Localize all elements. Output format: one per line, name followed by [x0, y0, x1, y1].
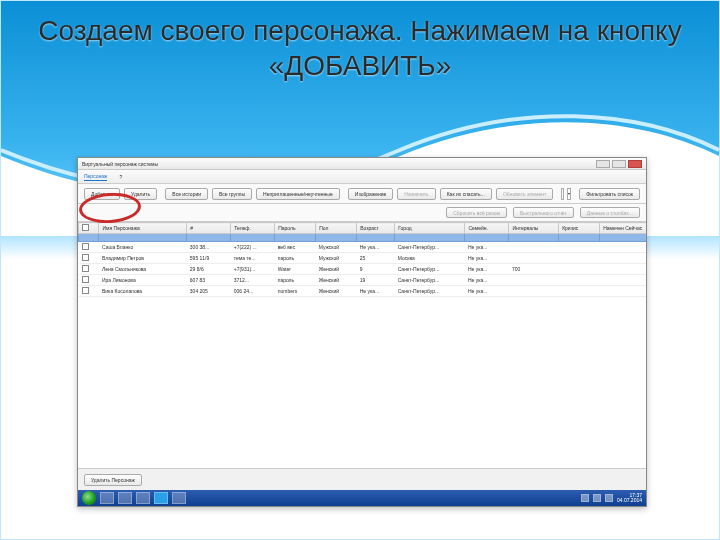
table-row[interactable]: Владимир Петров595 11/9тема те...парольМ…	[79, 253, 647, 264]
report-button[interactable]: Быстрального отчёт	[513, 207, 574, 218]
cell: Санкт-Петербур...	[395, 242, 465, 253]
cell: 700	[509, 264, 559, 275]
cell: 9	[357, 264, 395, 275]
taskbar: 17:37 04.07.2014	[78, 490, 646, 506]
cell	[559, 264, 600, 275]
cell: тема те...	[231, 253, 275, 264]
ribbon-tab-character[interactable]: Персонаж	[84, 173, 107, 181]
cell	[559, 242, 600, 253]
cell	[600, 275, 646, 286]
grid-header-row: Имя Персонажа # Телеф. Пароль Пол Возрас…	[79, 223, 647, 234]
table-row[interactable]: Лена Смольнякова29 8/6+7(931)...WaterЖен…	[79, 264, 647, 275]
col-pwd[interactable]: Пароль	[275, 223, 316, 234]
cell: 300 38...	[187, 242, 231, 253]
remind-button[interactable]: Как их спасать...	[440, 188, 492, 200]
cell: пароль	[275, 275, 316, 286]
cell: веб вес	[275, 242, 316, 253]
cell: Лена Смольнякова	[99, 264, 187, 275]
cell: 595 11/9	[187, 253, 231, 264]
cell: +7(931)...	[231, 264, 275, 275]
cell: Не ука...	[465, 264, 509, 275]
cell: Женский	[316, 286, 357, 297]
cell	[79, 286, 99, 297]
table-row[interactable]: Саша Бланко300 38...+7(222) ...веб весМу…	[79, 242, 647, 253]
window-controls	[596, 160, 642, 168]
assign-button[interactable]: Назначить	[397, 188, 435, 200]
reset-button[interactable]: Сбросить всё разом	[446, 207, 507, 218]
cell: Не ука...	[357, 242, 395, 253]
cell	[79, 253, 99, 264]
tray-icon[interactable]	[581, 494, 589, 502]
cell: 19	[357, 275, 395, 286]
cell	[509, 275, 559, 286]
cell: Ира Лимонова	[99, 275, 187, 286]
cell	[600, 253, 646, 264]
task-icon[interactable]	[172, 492, 186, 504]
col-family[interactable]: Семейн.	[465, 223, 509, 234]
col-scheduled[interactable]: Намечен Сейчас	[600, 223, 646, 234]
search-input[interactable]	[561, 188, 564, 200]
export-button[interactable]: Обновить элемент	[496, 188, 553, 200]
cell: Мужской	[316, 242, 357, 253]
cell: Не ука...	[465, 242, 509, 253]
task-icon[interactable]	[118, 492, 132, 504]
cell	[79, 242, 99, 253]
cell	[79, 264, 99, 275]
task-icon-skype[interactable]	[154, 492, 168, 504]
ribbon-tab-help[interactable]: ?	[119, 174, 122, 180]
maximize-button[interactable]	[612, 160, 626, 168]
cell: 006 24...	[231, 286, 275, 297]
cell: Мужской	[316, 253, 357, 264]
cell	[509, 286, 559, 297]
cell	[79, 275, 99, 286]
cell: Вика Косолапова	[99, 286, 187, 297]
tray-icon[interactable]	[593, 494, 601, 502]
task-icon[interactable]	[100, 492, 114, 504]
cell	[509, 242, 559, 253]
cell: 3712...	[231, 275, 275, 286]
task-icon[interactable]	[136, 492, 150, 504]
cell	[600, 264, 646, 275]
data-grid[interactable]: Имя Персонажа # Телеф. Пароль Пол Возрас…	[78, 222, 646, 468]
cell: Не ука...	[465, 286, 509, 297]
col-name[interactable]: Имя Персонажа	[99, 223, 187, 234]
col-tel[interactable]: Телеф.	[231, 223, 275, 234]
history-button[interactable]: Все истории	[165, 188, 208, 200]
clock[interactable]: 17:37 04.07.2014	[617, 493, 642, 504]
col-age[interactable]: Возраст	[357, 223, 395, 234]
start-button[interactable]	[82, 491, 96, 505]
close-button[interactable]	[628, 160, 642, 168]
col-intervals[interactable]: Интервалы	[509, 223, 559, 234]
cell	[559, 286, 600, 297]
columns-button[interactable]: Данные о столбах...	[580, 207, 640, 218]
tray-icon[interactable]	[605, 494, 613, 502]
cell: Женский	[316, 275, 357, 286]
bottom-bar: Удалить Персонаж	[78, 468, 646, 490]
minimize-button[interactable]	[596, 160, 610, 168]
toolbar-secondary: Сбросить всё разом Быстрального отчёт Да…	[78, 204, 646, 222]
search-dropdown[interactable]: ▾	[567, 188, 571, 200]
table-row[interactable]: Ира Лимонова607 833712...парольЖенский19…	[79, 275, 647, 286]
window-title: Виртуальный персонаж системы	[82, 161, 158, 167]
cancel-character-button[interactable]: Удалить Персонаж	[84, 474, 142, 486]
cell: Не ука...	[465, 253, 509, 264]
groups-button[interactable]: Все группы	[212, 188, 252, 200]
col-crisis[interactable]: Кризис	[559, 223, 600, 234]
cell	[600, 242, 646, 253]
cell: Санкт-Петербур...	[395, 286, 465, 297]
invite-button[interactable]: Неприглашенные/неучтенные	[256, 188, 340, 200]
checkbox-icon	[82, 224, 89, 231]
table-row[interactable]: Вика Косолапова304 205006 24...numbersЖе…	[79, 286, 647, 297]
cell: Саша Бланко	[99, 242, 187, 253]
grid-filter-row[interactable]	[79, 234, 647, 242]
add-button[interactable]: Добавить	[84, 188, 120, 200]
ribbon: Персонаж ?	[78, 170, 646, 184]
col-checkbox[interactable]	[79, 223, 99, 234]
delete-button[interactable]: Удалить	[124, 188, 157, 200]
col-city[interactable]: Город	[395, 223, 465, 234]
mode-button[interactable]: Изображение	[348, 188, 394, 200]
col-sex[interactable]: Пол	[316, 223, 357, 234]
col-num[interactable]: #	[187, 223, 231, 234]
cell: Санкт-Петербур...	[395, 264, 465, 275]
filter-button[interactable]: Фильтровать список	[579, 188, 640, 200]
